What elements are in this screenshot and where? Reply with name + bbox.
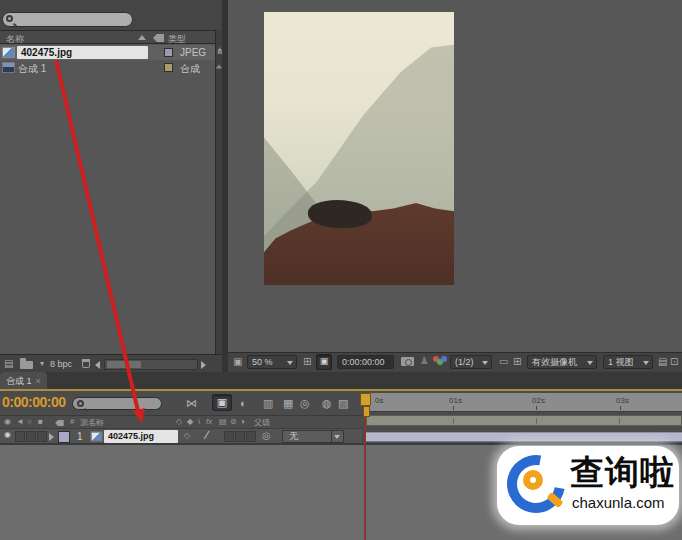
active-camera-dropdown[interactable]: 有效摄像机 bbox=[527, 355, 597, 369]
dropdown-button[interactable] bbox=[331, 431, 343, 442]
audio-toggle-cell[interactable] bbox=[15, 431, 25, 442]
parent-dropdown[interactable]: 无 bbox=[282, 430, 344, 443]
active-camera-value: 有效摄像机 bbox=[532, 357, 577, 367]
exposure-icon[interactable]: ⊡ bbox=[670, 356, 678, 368]
show-channels-icon[interactable] bbox=[433, 356, 447, 368]
work-area-tick bbox=[536, 418, 537, 424]
chevron-down-icon bbox=[587, 361, 593, 365]
viewer-timecode[interactable]: 0:00:00:00 bbox=[337, 355, 394, 369]
eye-icon[interactable]: ◉ bbox=[4, 417, 11, 426]
label-color-swatch[interactable] bbox=[164, 63, 173, 72]
footage-type: JPEG bbox=[180, 47, 206, 58]
chevron-down-icon bbox=[482, 361, 488, 365]
parent-column-header[interactable]: 父级 bbox=[254, 417, 270, 428]
snapshot-camera-icon[interactable] bbox=[401, 357, 414, 366]
project-vertical-scrollbar[interactable] bbox=[215, 30, 222, 354]
pixel-aspect-icon[interactable]: ▤ bbox=[658, 356, 667, 368]
mini-flowchart-icon[interactable]: ⋈ bbox=[186, 397, 197, 409]
lock-toggle-cell[interactable] bbox=[37, 431, 47, 442]
parent-pickwhip-icon[interactable]: ◎ bbox=[262, 430, 271, 441]
project-item-row[interactable]: 402475.jpg JPEG bbox=[0, 45, 215, 60]
switch-fx-icon[interactable]: fx bbox=[206, 417, 212, 426]
quality-slash-icon[interactable]: / bbox=[203, 429, 210, 441]
index-column-header[interactable]: # bbox=[70, 417, 74, 426]
motion-blur-icon[interactable]: ◎ bbox=[300, 397, 310, 409]
audio-icon[interactable]: ◄ bbox=[16, 417, 24, 426]
solo-toggle-cell[interactable] bbox=[26, 431, 36, 442]
switch-scale-icon[interactable]: ◆ bbox=[187, 417, 193, 426]
brainstorm-icon[interactable]: ◍ bbox=[322, 397, 332, 409]
current-time-indicator-handle[interactable] bbox=[360, 393, 371, 406]
scroll-left-icon[interactable] bbox=[95, 361, 100, 369]
sort-ascending-icon[interactable] bbox=[138, 35, 146, 40]
footage-name[interactable]: 402475.jpg bbox=[17, 46, 148, 59]
search-icon bbox=[6, 15, 13, 22]
composition-icon bbox=[2, 62, 15, 73]
expand-layer-icon[interactable] bbox=[49, 433, 54, 441]
magnification-dropdown[interactable]: 50 % bbox=[247, 355, 297, 369]
ruler-label-0s: 0s bbox=[375, 396, 383, 405]
show-snapshot-icon[interactable]: ♟ bbox=[420, 355, 429, 367]
motionblur-cell[interactable] bbox=[235, 431, 245, 442]
fx-cell[interactable] bbox=[224, 431, 234, 442]
timeline-tab-bar: 合成 1× bbox=[0, 372, 682, 389]
bit-depth-label[interactable]: 8 bpc bbox=[50, 358, 72, 370]
composition-button-pressed[interactable]: ▣ bbox=[212, 394, 232, 411]
resolution-dropdown[interactable]: (1/2) bbox=[450, 355, 492, 369]
switch-framerate-icon[interactable]: ▤ bbox=[219, 417, 227, 426]
switch-collapse-icon[interactable]: \ bbox=[198, 417, 200, 426]
switch-3d-icon[interactable]: ◑ bbox=[240, 417, 245, 426]
source-name-column-header[interactable]: 源名称 bbox=[80, 417, 104, 428]
safe-zones-icon[interactable]: ⊞ bbox=[303, 356, 311, 368]
view-layout-dropdown[interactable]: 1 视图 bbox=[603, 355, 653, 369]
region-of-interest-button[interactable]: ▣ bbox=[316, 354, 332, 370]
always-preview-icon[interactable]: ▣ bbox=[233, 356, 242, 368]
trash-icon[interactable] bbox=[82, 359, 90, 368]
watermark-badge: 查询啦 chaxunla.com bbox=[497, 446, 679, 525]
layer-switch-icon[interactable]: ◇ bbox=[184, 431, 190, 440]
layer-visibility-eye-icon[interactable]: ◉ bbox=[4, 430, 11, 439]
tab-composition-1[interactable]: 合成 1× bbox=[0, 372, 47, 389]
label-color-swatch[interactable] bbox=[164, 48, 173, 57]
frame-blend-icon[interactable]: ▦ bbox=[283, 397, 293, 409]
project-horizontal-scrollbar[interactable] bbox=[104, 359, 198, 370]
project-search-input[interactable] bbox=[2, 12, 133, 27]
scroll-right-icon[interactable] bbox=[201, 361, 206, 369]
time-ruler[interactable]: 0s 01s 02s 03s bbox=[362, 393, 682, 412]
chevron-down-icon bbox=[643, 361, 649, 365]
project-item-row[interactable]: 合成 1 合成 bbox=[0, 60, 215, 75]
close-icon[interactable]: × bbox=[36, 376, 41, 386]
project-items-area bbox=[0, 44, 215, 354]
label-column-icon[interactable] bbox=[55, 420, 64, 426]
parent-value: 无 bbox=[289, 431, 298, 441]
label-tag-icon[interactable] bbox=[153, 34, 164, 42]
solo-icon[interactable]: ○ bbox=[27, 417, 32, 426]
switch-quality-icon[interactable]: ⊘ bbox=[230, 417, 237, 426]
current-time-indicator-line[interactable] bbox=[364, 414, 366, 540]
layer-label-color[interactable] bbox=[58, 431, 70, 443]
scrollbar-thumb[interactable] bbox=[107, 361, 141, 368]
project-columns-header: 名称 类型 bbox=[0, 30, 215, 44]
3d-cell[interactable] bbox=[246, 431, 256, 442]
draft-3d-icon[interactable]: ◐ bbox=[240, 397, 247, 409]
watermark-domain: chaxunla.com bbox=[572, 494, 665, 511]
layer-row[interactable]: ◉ 1 402475.jpg ◇ / ◎ 无 bbox=[0, 428, 362, 443]
layer-duration-bar[interactable] bbox=[366, 432, 682, 442]
switch-position-icon[interactable]: ◇ bbox=[176, 417, 182, 426]
work-area-tick bbox=[453, 418, 454, 424]
lock-icon[interactable]: ■ bbox=[38, 417, 43, 426]
timeline-search-input[interactable] bbox=[72, 397, 162, 410]
shy-layers-icon[interactable]: ▥ bbox=[263, 397, 273, 409]
fast-previews-icon[interactable]: ▭ bbox=[499, 356, 508, 368]
tab-label: 合成 1 bbox=[6, 376, 32, 386]
composition-name[interactable]: 合成 1 bbox=[18, 62, 46, 76]
project-settings-icon[interactable]: ▾ bbox=[40, 358, 44, 370]
current-timecode[interactable]: 0:00:00:00 bbox=[2, 394, 66, 410]
transparency-grid-icon[interactable]: ⊞ bbox=[513, 356, 521, 368]
graph-editor-icon[interactable]: ▨ bbox=[338, 397, 348, 409]
work-area-bar[interactable] bbox=[366, 415, 682, 426]
layer-name[interactable]: 402475.jpg bbox=[104, 430, 178, 443]
ruler-label-01s: 01s bbox=[449, 396, 462, 405]
new-folder-icon[interactable] bbox=[20, 361, 33, 369]
interpret-footage-icon[interactable]: ▤ bbox=[4, 358, 13, 370]
